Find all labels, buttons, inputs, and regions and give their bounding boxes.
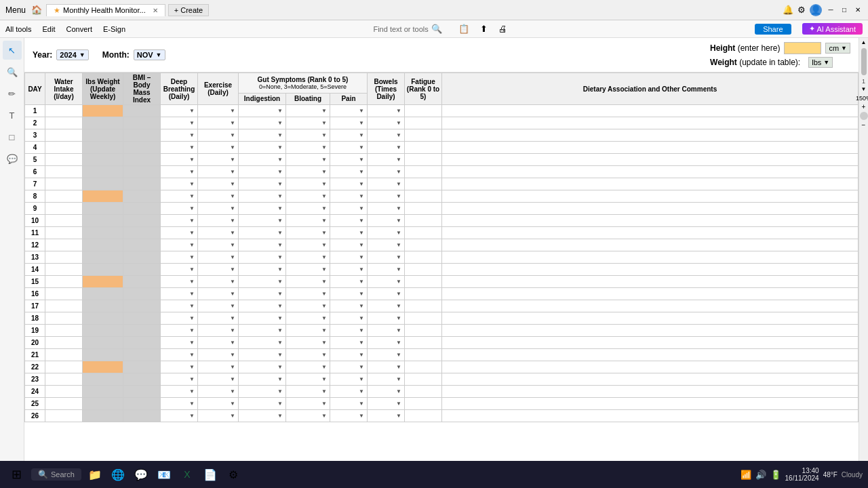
weight-cell-14[interactable] bbox=[83, 264, 123, 276]
exercise-cell-11[interactable]: ▼ bbox=[198, 227, 239, 239]
deep-cell-26[interactable]: ▼ bbox=[161, 410, 198, 422]
bowels-cell-14[interactable]: ▼ bbox=[368, 264, 405, 276]
comments-cell-13[interactable] bbox=[442, 251, 859, 264]
pain-cell-17[interactable]: ▼ bbox=[330, 300, 368, 312]
bloating-cell-26[interactable]: ▼ bbox=[286, 410, 330, 422]
exercise-cell-18[interactable]: ▼ bbox=[198, 312, 239, 325]
month-select[interactable]: NOV ▼ bbox=[134, 49, 165, 60]
indigestion-cell-12[interactable]: ▼ bbox=[239, 239, 286, 251]
deep-cell-25[interactable]: ▼ bbox=[161, 398, 198, 410]
toolbar-icon-3[interactable]: 🖨 bbox=[498, 24, 507, 34]
water-cell-23[interactable] bbox=[45, 373, 83, 386]
bmi-cell-24[interactable] bbox=[123, 386, 161, 398]
sidebar-zoom-tool[interactable]: 🔍 bbox=[3, 62, 22, 81]
weight-cell-22[interactable] bbox=[83, 361, 123, 373]
weight-cell-4[interactable] bbox=[83, 142, 123, 154]
bmi-cell-21[interactable] bbox=[123, 349, 161, 361]
fatigue-cell-14[interactable] bbox=[405, 264, 442, 276]
deep-cell-11[interactable]: ▼ bbox=[161, 227, 198, 239]
water-cell-6[interactable] bbox=[45, 166, 83, 178]
comments-cell-22[interactable] bbox=[442, 361, 859, 373]
deep-cell-3[interactable]: ▼ bbox=[161, 129, 198, 142]
weight-cell-5[interactable] bbox=[83, 154, 123, 166]
share-button[interactable]: Share bbox=[755, 24, 791, 35]
bloating-cell-16[interactable]: ▼ bbox=[286, 288, 330, 300]
exercise-cell-13[interactable]: ▼ bbox=[198, 251, 239, 264]
deep-cell-20[interactable]: ▼ bbox=[161, 337, 198, 349]
comments-cell-11[interactable] bbox=[442, 227, 859, 239]
taskbar-outlook[interactable]: 📧 bbox=[155, 465, 174, 484]
bowels-cell-26[interactable]: ▼ bbox=[368, 410, 405, 422]
water-cell-9[interactable] bbox=[45, 203, 83, 215]
pain-cell-4[interactable]: ▼ bbox=[330, 142, 368, 154]
bloating-cell-3[interactable]: ▼ bbox=[286, 129, 330, 142]
sidebar-cursor-tool[interactable]: ↖ bbox=[3, 41, 22, 60]
exercise-cell-25[interactable]: ▼ bbox=[198, 398, 239, 410]
bmi-cell-25[interactable] bbox=[123, 398, 161, 410]
scrollbar-thumb[interactable] bbox=[861, 48, 867, 75]
fatigue-cell-11[interactable] bbox=[405, 227, 442, 239]
indigestion-cell-14[interactable]: ▼ bbox=[239, 264, 286, 276]
indigestion-cell-26[interactable]: ▼ bbox=[239, 410, 286, 422]
bloating-cell-24[interactable]: ▼ bbox=[286, 386, 330, 398]
pain-cell-15[interactable]: ▼ bbox=[330, 276, 368, 288]
pain-cell-22[interactable]: ▼ bbox=[330, 361, 368, 373]
exercise-cell-26[interactable]: ▼ bbox=[198, 410, 239, 422]
water-cell-24[interactable] bbox=[45, 386, 83, 398]
bloating-cell-12[interactable]: ▼ bbox=[286, 239, 330, 251]
taskbar-browser[interactable]: 🌐 bbox=[108, 465, 127, 484]
bmi-cell-18[interactable] bbox=[123, 312, 161, 325]
bmi-cell-2[interactable] bbox=[123, 117, 161, 129]
water-cell-5[interactable] bbox=[45, 154, 83, 166]
water-cell-10[interactable] bbox=[45, 215, 83, 227]
weight-cell-8[interactable] bbox=[83, 190, 123, 203]
comments-cell-5[interactable] bbox=[442, 154, 859, 166]
deep-cell-16[interactable]: ▼ bbox=[161, 288, 198, 300]
exercise-cell-20[interactable]: ▼ bbox=[198, 337, 239, 349]
minimize-button[interactable]: ─ bbox=[826, 5, 835, 15]
sidebar-pen-tool[interactable]: ✏ bbox=[3, 84, 22, 103]
menu-esign[interactable]: E-Sign bbox=[103, 25, 125, 33]
sidebar-text-tool[interactable]: T bbox=[3, 106, 22, 125]
water-cell-15[interactable] bbox=[45, 276, 83, 288]
weight-cell-1[interactable] bbox=[83, 105, 123, 117]
deep-cell-9[interactable]: ▼ bbox=[161, 203, 198, 215]
exercise-cell-21[interactable]: ▼ bbox=[198, 349, 239, 361]
water-cell-1[interactable] bbox=[45, 105, 83, 117]
fatigue-cell-9[interactable] bbox=[405, 203, 442, 215]
pain-cell-14[interactable]: ▼ bbox=[330, 264, 368, 276]
bmi-cell-17[interactable] bbox=[123, 300, 161, 312]
weight-cell-26[interactable] bbox=[83, 410, 123, 422]
pain-cell-19[interactable]: ▼ bbox=[330, 325, 368, 337]
comments-cell-23[interactable] bbox=[442, 373, 859, 386]
toolbar-icon-2[interactable]: ⬆ bbox=[480, 24, 488, 34]
user-avatar[interactable]: 👤 bbox=[810, 4, 822, 16]
pain-cell-7[interactable]: ▼ bbox=[330, 178, 368, 190]
bmi-cell-4[interactable] bbox=[123, 142, 161, 154]
bowels-cell-10[interactable]: ▼ bbox=[368, 215, 405, 227]
bowels-cell-21[interactable]: ▼ bbox=[368, 349, 405, 361]
indigestion-cell-5[interactable]: ▼ bbox=[239, 154, 286, 166]
bmi-cell-7[interactable] bbox=[123, 178, 161, 190]
weight-cell-7[interactable] bbox=[83, 178, 123, 190]
fatigue-cell-7[interactable] bbox=[405, 178, 442, 190]
bmi-cell-19[interactable] bbox=[123, 325, 161, 337]
bmi-cell-26[interactable] bbox=[123, 410, 161, 422]
height-unit-select[interactable]: cm ▼ bbox=[825, 43, 850, 54]
weight-cell-15[interactable] bbox=[83, 276, 123, 288]
deep-cell-18[interactable]: ▼ bbox=[161, 312, 198, 325]
weight-unit-select[interactable]: lbs ▼ bbox=[808, 57, 833, 68]
deep-cell-2[interactable]: ▼ bbox=[161, 117, 198, 129]
comments-cell-6[interactable] bbox=[442, 166, 859, 178]
water-cell-18[interactable] bbox=[45, 312, 83, 325]
indigestion-cell-6[interactable]: ▼ bbox=[239, 166, 286, 178]
fatigue-cell-16[interactable] bbox=[405, 288, 442, 300]
bowels-cell-19[interactable]: ▼ bbox=[368, 325, 405, 337]
bmi-cell-23[interactable] bbox=[123, 373, 161, 386]
exercise-cell-4[interactable]: ▼ bbox=[198, 142, 239, 154]
water-cell-12[interactable] bbox=[45, 239, 83, 251]
bmi-cell-5[interactable] bbox=[123, 154, 161, 166]
pain-cell-11[interactable]: ▼ bbox=[330, 227, 368, 239]
bowels-cell-25[interactable]: ▼ bbox=[368, 398, 405, 410]
bowels-cell-20[interactable]: ▼ bbox=[368, 337, 405, 349]
